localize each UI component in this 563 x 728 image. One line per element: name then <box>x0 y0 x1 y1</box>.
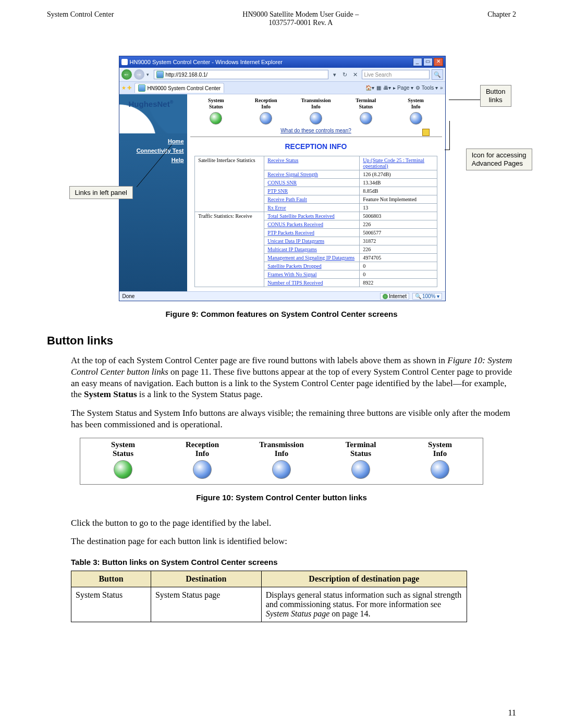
button-transmission-info[interactable]: TransmissionInfo <box>253 440 310 479</box>
value-cell: 126 (8.27dB) <box>360 170 437 179</box>
paragraph: At the top of each System Control Center… <box>71 355 516 400</box>
window-titlebar: HN9000 System Control Center - Windows I… <box>119 56 445 68</box>
section-heading-button-links: Button links <box>47 334 516 348</box>
maximize-button[interactable]: ▭ <box>423 58 433 66</box>
button-system-info[interactable]: SystemInfo <box>411 440 469 479</box>
status-done: Done <box>123 293 135 299</box>
address-dropdown[interactable]: ▾ <box>331 71 339 78</box>
value-cell: 0 <box>360 270 437 279</box>
table-cell: Displays general status information such… <box>261 587 467 622</box>
param-link[interactable]: Multicast IP Datagrams <box>267 246 317 252</box>
param-link[interactable]: Receive Status <box>267 157 298 163</box>
tab-bar: ★ ✚ HN9000 System Control Center 🏠▾ ▦ 🖶▾… <box>119 82 445 94</box>
param-link[interactable]: CONUS SNR <box>267 180 297 186</box>
led-icon <box>193 460 212 479</box>
refresh-button[interactable]: ↻ <box>341 71 349 78</box>
led-icon <box>410 112 422 125</box>
paragraph: The System Status and System Info button… <box>71 408 516 430</box>
value-cell: 226 <box>360 220 437 229</box>
table-header: Description of destination page <box>261 571 467 587</box>
back-button[interactable]: ← <box>121 69 132 80</box>
table-cell: System Status page <box>151 587 261 622</box>
value-cell: 13 <box>360 204 437 212</box>
button-system-status[interactable]: SystemStatus <box>94 440 152 479</box>
chevron-icon[interactable]: » <box>440 85 443 91</box>
search-button[interactable]: 🔍 <box>432 69 443 80</box>
button-reception-info[interactable]: ReceptionInfo <box>174 440 231 479</box>
value-cell: 31872 <box>360 237 437 245</box>
param-link[interactable]: Unicast Data IP Datagrams <box>267 238 324 244</box>
led-icon <box>431 460 449 479</box>
button-terminal-status[interactable]: TerminalStatus <box>348 97 384 125</box>
paragraph: The destination page for each button lin… <box>71 536 516 547</box>
value-cell: Feature Not Implemented <box>360 195 437 204</box>
group-header: Satellite Interface Statistics <box>195 156 264 212</box>
table-header: Button <box>71 571 151 587</box>
table-cell: System Status <box>71 587 151 622</box>
tools-menu[interactable]: ⚙ Tools ▾ <box>415 85 438 91</box>
param-link[interactable]: Frames With No Signal <box>267 272 316 277</box>
table-header: Destination <box>151 571 261 587</box>
figure-10-caption: Figure 10: System Control Center button … <box>47 493 516 502</box>
table-3: Button Destination Description of destin… <box>71 571 467 622</box>
button-terminal-status[interactable]: TerminalStatus <box>332 440 389 479</box>
callout-arrow <box>137 142 173 187</box>
zoom-control[interactable]: 🔍 100% ▾ <box>412 293 442 300</box>
close-button[interactable]: ✕ <box>434 58 443 66</box>
page-menu[interactable]: ▸ Page ▾ <box>393 85 413 91</box>
favorites-icon[interactable]: ★ <box>121 85 126 91</box>
status-bar: Done Internet 🔍 100% ▾ <box>119 291 445 301</box>
feeds-icon[interactable]: ▦ <box>376 85 381 91</box>
param-link[interactable]: Rx Error <box>267 205 286 211</box>
button-system-info[interactable]: SystemInfo <box>398 97 434 125</box>
running-header: System Control Center HN9000 Satellite M… <box>47 10 516 27</box>
search-input[interactable]: Live Search <box>362 70 430 79</box>
param-link[interactable]: Satellite Packets Dropped <box>267 263 321 269</box>
param-link[interactable]: Management and Signaling IP Datagrams <box>267 255 354 261</box>
callout-arrow <box>449 100 480 100</box>
header-right: Chapter 2 <box>487 10 516 27</box>
paragraph: Click the button to go to the page ident… <box>71 517 516 529</box>
led-icon <box>310 112 322 125</box>
minimize-button[interactable]: _ <box>413 58 422 66</box>
table-row: System Status System Status page Display… <box>71 587 467 622</box>
nav-history-dropdown[interactable]: ▾ <box>146 72 152 77</box>
what-do-controls-mean-link[interactable]: What do these controls mean? <box>187 127 445 137</box>
window-title: HN9000 System Control Center - Windows I… <box>130 59 413 65</box>
stop-button[interactable]: ✕ <box>351 71 360 78</box>
address-input[interactable]: http://192.168.0.1/ <box>154 70 328 79</box>
figure-10-button-strip: SystemStatus ReceptionInfo TransmissionI… <box>80 438 483 485</box>
button-transmission-info[interactable]: TransmissionInfo <box>298 97 334 125</box>
button-system-status[interactable]: SystemStatus <box>198 97 234 125</box>
param-link[interactable]: CONUS Packets Received <box>267 221 323 227</box>
browser-tab[interactable]: HN9000 System Control Center <box>134 83 225 93</box>
advanced-pages-icon[interactable] <box>422 129 430 136</box>
value-cell: 5006803 <box>360 212 437 220</box>
print-icon[interactable]: 🖶▾ <box>383 85 391 91</box>
param-link[interactable]: Receive Path Fault <box>267 196 307 202</box>
home-icon[interactable]: 🏠▾ <box>365 85 374 91</box>
ie-icon <box>121 59 128 65</box>
value-cell: 13.34dB <box>360 179 437 187</box>
header-center: HN9000 Satellite Modem User Guide – 1037… <box>114 10 487 27</box>
param-link[interactable]: Receive Signal Strength <box>267 171 318 177</box>
button-links-row: SystemStatus ReceptionInfo TransmissionI… <box>187 94 445 127</box>
value-cell: 226 <box>360 245 437 254</box>
led-icon <box>114 460 132 479</box>
brand-logo: HughesNet® <box>129 100 174 108</box>
figure-9-caption: Figure 9: Common features on System Cont… <box>47 310 516 318</box>
value-link[interactable]: Up (State Code 25 : Terminal operational… <box>363 157 424 169</box>
param-link[interactable]: Number of TIPS Received <box>267 280 323 286</box>
button-reception-info[interactable]: ReceptionInfo <box>248 97 284 125</box>
page-number: 11 <box>508 708 516 718</box>
callout-arrow <box>445 150 450 150</box>
param-link[interactable]: PTP Packets Received <box>267 230 314 236</box>
param-link[interactable]: PTP SNR <box>267 188 288 194</box>
param-link[interactable]: Total Satellite Packets Received <box>267 213 334 219</box>
callout-arrow <box>449 121 450 150</box>
security-zone[interactable]: Internet <box>380 293 409 300</box>
forward-button[interactable]: → <box>134 69 144 80</box>
add-favorite-icon[interactable]: ✚ <box>127 85 131 91</box>
table-3-caption: Table 3: Button links on System Control … <box>71 558 516 566</box>
value-cell: 0 <box>360 262 437 270</box>
